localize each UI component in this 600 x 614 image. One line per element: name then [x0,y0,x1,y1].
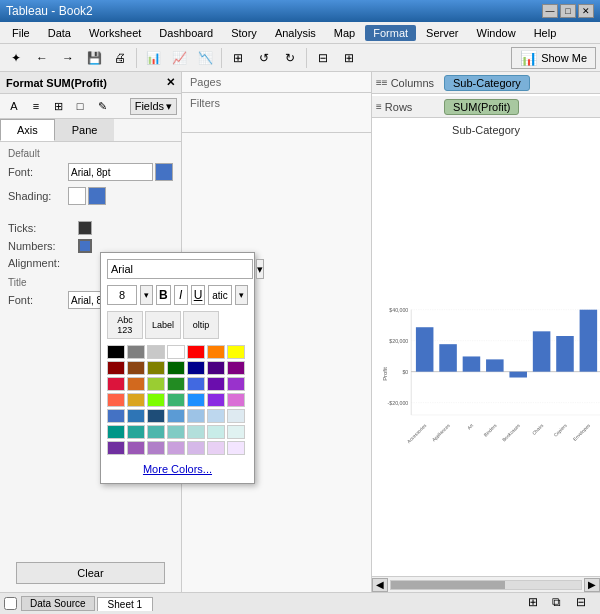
menu-data[interactable]: Data [40,25,79,41]
text-style-dropdown[interactable]: ▾ [235,285,248,305]
color-darkorchid[interactable] [227,377,245,391]
color-teal4[interactable] [167,425,185,439]
color-purple7[interactable] [227,441,245,455]
color-chocolate[interactable] [127,377,145,391]
abc-label[interactable]: Abc123 [107,311,143,339]
color-lawngreen[interactable] [147,393,165,407]
color-olive[interactable] [147,361,165,375]
color-purple4[interactable] [167,441,185,455]
color-teal5[interactable] [187,425,205,439]
color-gray[interactable] [127,345,145,359]
text-style-input[interactable]: atic [208,285,232,305]
format-tool-box[interactable]: □ [70,97,90,115]
color-tableau4[interactable] [167,409,185,423]
color-lightgray[interactable] [147,345,165,359]
color-crimson[interactable] [107,377,125,391]
format-tool-edit[interactable]: ✎ [92,97,112,115]
color-red[interactable] [187,345,205,359]
format-tool-A[interactable]: A [4,97,24,115]
font-size-input[interactable] [107,285,137,305]
bar-chairs[interactable] [533,331,551,371]
toolbar-save-btn[interactable]: 💾 [82,47,106,69]
maximize-button[interactable]: □ [560,4,576,18]
color-yellow[interactable] [227,345,245,359]
color-black[interactable] [107,345,125,359]
menu-help[interactable]: Help [526,25,565,41]
font-size-dropdown[interactable]: ▾ [140,285,153,305]
h-scrollbar[interactable]: ◀ ▶ [372,576,600,592]
color-white[interactable] [167,345,185,359]
tab-pane[interactable]: Pane [55,119,115,141]
add-dashboard-btn[interactable]: ⊟ [576,595,596,613]
color-teal7[interactable] [227,425,245,439]
rows-pill[interactable]: SUM(Profit) [444,99,519,115]
bar-binders[interactable] [486,359,504,371]
color-violet[interactable] [207,377,225,391]
label-btn[interactable]: Label [145,311,181,339]
toolbar-refresh2-btn[interactable]: ↻ [278,47,302,69]
format-tool-align[interactable]: ≡ [26,97,46,115]
toolbar-forward-btn[interactable]: → [56,47,80,69]
color-teal2[interactable] [127,425,145,439]
bar-copiers[interactable] [556,336,574,372]
color-purple5[interactable] [187,441,205,455]
font-input[interactable] [68,163,153,181]
fields-button[interactable]: Fields ▾ [130,98,177,115]
color-tableau5[interactable] [187,409,205,423]
color-teal6[interactable] [207,425,225,439]
format-panel-close[interactable]: ✕ [166,76,175,89]
bar-art[interactable] [463,356,481,371]
more-colors-link[interactable]: More Colors... [107,461,248,477]
format-tool-grid[interactable]: ⊞ [48,97,68,115]
menu-analysis[interactable]: Analysis [267,25,324,41]
duplicate-sheet-btn[interactable]: ⧉ [552,595,572,613]
color-purple[interactable] [227,361,245,375]
toolbar-back-btn[interactable]: ← [30,47,54,69]
font-color-btn[interactable] [155,163,173,181]
close-button[interactable]: ✕ [578,4,594,18]
datasource-checkbox[interactable] [4,597,17,610]
menu-file[interactable]: File [4,25,38,41]
color-tableau1[interactable] [107,409,125,423]
tooltip-btn[interactable]: oltip [183,311,219,339]
color-indigo[interactable] [207,361,225,375]
color-tableau7[interactable] [227,409,245,423]
toolbar-new-btn[interactable]: ✦ [4,47,28,69]
color-medseagreen[interactable] [167,393,185,407]
color-yellowgreen[interactable] [147,377,165,391]
color-goldenrod[interactable] [127,393,145,407]
underline-button[interactable]: U [191,285,205,305]
shading-none[interactable] [68,187,86,205]
bold-button[interactable]: B [156,285,170,305]
menu-worksheet[interactable]: Worksheet [81,25,149,41]
scroll-left[interactable]: ◀ [372,578,388,592]
clear-button[interactable]: Clear [16,562,165,584]
new-sheet-btn[interactable]: ⊞ [528,595,548,613]
numbers-swatch[interactable] [78,239,92,253]
shading-color[interactable] [88,187,106,205]
bar-bookcases[interactable] [509,372,527,378]
ticks-swatch[interactable] [78,221,92,235]
sheet1-tab[interactable]: Sheet 1 [97,597,153,611]
toolbar-print-btn[interactable]: 🖨 [108,47,132,69]
color-purple1[interactable] [107,441,125,455]
toolbar-grid2-btn[interactable]: ⊞ [337,47,361,69]
color-darkred[interactable] [107,361,125,375]
color-blueviolet[interactable] [207,393,225,407]
color-purple3[interactable] [147,441,165,455]
color-brown[interactable] [127,361,145,375]
menu-story[interactable]: Story [223,25,265,41]
menu-dashboard[interactable]: Dashboard [151,25,221,41]
color-orchid[interactable] [227,393,245,407]
minimize-button[interactable]: — [542,4,558,18]
menu-format[interactable]: Format [365,25,416,41]
color-darkgreen[interactable] [167,361,185,375]
toolbar-chart3-btn[interactable]: 📉 [193,47,217,69]
color-tableau3[interactable] [147,409,165,423]
toolbar-chart1-btn[interactable]: 📊 [141,47,165,69]
tab-axis[interactable]: Axis [0,119,55,141]
color-royalblue[interactable] [187,377,205,391]
menu-window[interactable]: Window [469,25,524,41]
toolbar-table-btn[interactable]: ⊞ [226,47,250,69]
data-source-tab[interactable]: Data Source [21,596,95,611]
